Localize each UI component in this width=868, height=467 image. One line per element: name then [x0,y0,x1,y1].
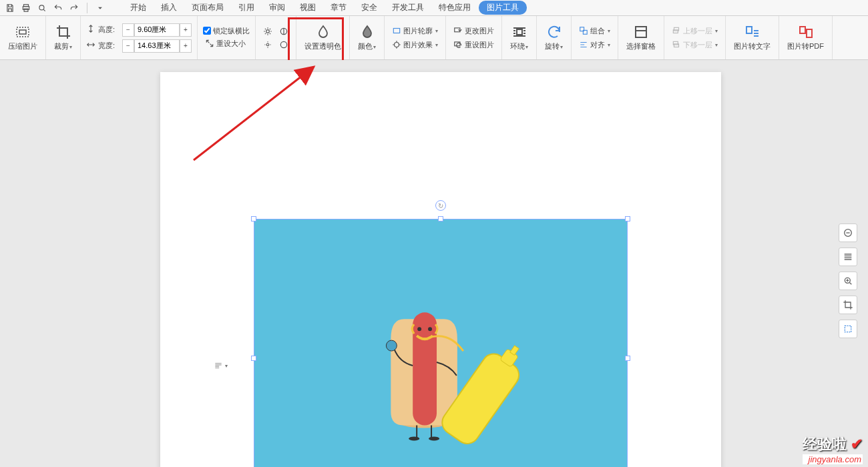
svg-rect-17 [636,27,646,37]
width-label: 宽度: [98,41,120,51]
droplet-icon [315,24,331,40]
brightness-up-button[interactable] [261,25,274,37]
lock-ratio-checkbox[interactable]: 锁定纵横比 [203,26,250,36]
preview-icon[interactable] [35,1,49,15]
to-pdf-label: 图片转PDF [787,41,824,51]
tab-picturetools[interactable]: 图片工具 [479,1,527,15]
compress-icon [15,24,31,40]
tab-security[interactable]: 安全 [355,1,384,15]
group-wrap: 环绕▾ [502,16,537,59]
tab-insert[interactable]: 插入 [154,1,184,15]
svg-point-32 [429,436,439,440]
save-icon[interactable] [3,1,17,15]
rotate-label: 旋转▾ [545,41,563,51]
zoom-button[interactable] [839,272,857,290]
resize-handle-tl[interactable] [251,216,256,221]
svg-rect-5 [19,30,26,34]
tab-review[interactable]: 审阅 [262,1,292,15]
redo-icon[interactable] [67,1,81,15]
height-spinner[interactable]: − + [122,23,192,37]
width-icon [86,40,95,51]
image-body[interactable] [254,219,628,467]
svg-rect-38 [845,326,851,332]
color-icon [359,24,375,40]
resize-handle-tr[interactable] [625,216,630,221]
group-transparent: 设置透明色 [296,16,350,59]
svg-point-9 [280,41,286,47]
svg-rect-10 [393,29,399,33]
print-icon[interactable] [19,1,33,15]
resize-handle-ml[interactable] [251,356,256,361]
group-change: 更改图片 重设图片 [446,16,502,59]
width-plus-button[interactable]: + [180,39,192,53]
move-down-button[interactable]: 下移一层▾ [670,39,720,51]
width-spinner[interactable]: − + [122,39,192,53]
color-label: 颜色▾ [358,41,376,51]
svg-point-28 [417,327,421,331]
lock-ratio-input[interactable] [203,27,211,35]
document-canvas[interactable]: ▾ ↻ [0,60,868,467]
select-button[interactable] [839,320,857,338]
reset-size-button[interactable]: 重设大小 [203,37,250,50]
tab-section[interactable]: 章节 [324,1,353,15]
tab-special[interactable]: 特色应用 [432,1,477,15]
paragraph-layout-button[interactable]: ▾ [214,360,228,371]
group-selpane: 选择窗格 [618,16,664,59]
rotate-handle[interactable]: ↻ [435,200,446,211]
svg-rect-23 [800,27,805,33]
picture-to-text-button[interactable]: 图片转文字 [730,23,775,53]
pdf-icon [798,24,814,40]
width-input[interactable] [134,39,180,53]
layout-button[interactable] [839,248,857,266]
align-button[interactable]: 对齐▾ [577,39,612,51]
rotate-icon [546,24,562,40]
group-color: 颜色▾ [350,16,385,59]
svg-rect-14 [517,29,522,35]
set-transparent-color-button[interactable]: 设置透明色 [300,23,345,53]
compress-label: 压缩图片 [8,41,37,51]
group-ratio: 锁定纵横比 重设大小 [198,16,256,59]
contrast-down-button[interactable] [277,39,290,51]
selected-image[interactable]: ↻ [254,215,628,467]
fit-button[interactable] [839,223,857,242]
tab-references[interactable]: 引用 [232,1,261,15]
tab-view[interactable]: 视图 [293,1,322,15]
width-minus-button[interactable]: − [122,39,134,53]
height-minus-button[interactable]: − [122,23,134,37]
resize-handle-mr[interactable] [625,356,630,361]
tab-pagelayout[interactable]: 页面布局 [185,1,230,15]
group-adjust [256,16,296,59]
move-up-button[interactable]: 上移一层▾ [670,25,720,37]
selection-pane-button[interactable]: 选择窗格 [622,23,660,53]
reset-picture-button[interactable]: 重设图片 [451,39,496,51]
reset-size-label: 重设大小 [216,39,246,49]
svg-point-31 [409,436,419,440]
height-plus-button[interactable]: + [180,23,192,37]
color-button[interactable]: 颜色▾ [354,23,380,53]
resize-handle-tm[interactable] [438,216,443,221]
dropdown-icon[interactable] [93,1,107,15]
selection-pane-label: 选择窗格 [626,41,656,51]
ribbon-toolbar: 压缩图片 裁剪▾ 高度: − + 宽度: − + 锁 [0,16,868,60]
group-crop: 裁剪▾ [46,16,81,59]
wrap-button[interactable]: 环绕▾ [506,23,532,53]
rotate-button[interactable]: 旋转▾ [541,23,567,53]
change-picture-button[interactable]: 更改图片 [451,25,496,37]
height-input[interactable] [134,23,180,37]
group-totext: 图片转文字 [726,16,779,59]
svg-rect-24 [807,29,812,37]
compress-picture-button[interactable]: 压缩图片 [4,23,41,53]
crop-icon [55,24,71,40]
outline-button[interactable]: 图片轮廓▾ [390,25,440,37]
picture-to-pdf-button[interactable]: 图片转PDF [783,23,828,53]
tab-devtools[interactable]: 开发工具 [385,1,431,15]
crop-button[interactable]: 裁剪▾ [50,23,76,53]
floating-side-panel [839,223,860,338]
crop-side-button[interactable] [839,296,857,314]
undo-icon[interactable] [51,1,65,15]
brightness-down-button[interactable] [261,39,274,51]
effect-button[interactable]: 图片效果▾ [390,39,440,51]
tab-start[interactable]: 开始 [124,1,153,15]
group-button[interactable]: 组合▾ [577,25,612,37]
contrast-up-button[interactable] [277,25,290,37]
